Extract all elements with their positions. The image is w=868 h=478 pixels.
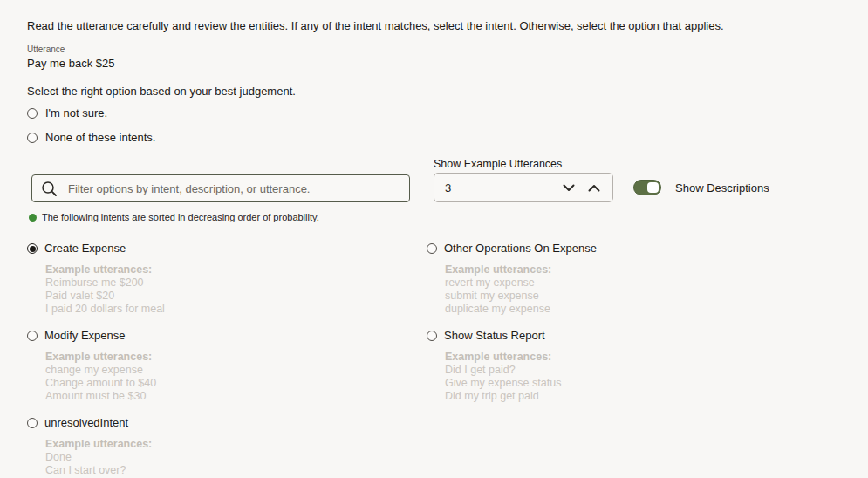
intent-options-grid: Create Expense Example utterances: Reimb… [27, 242, 868, 478]
intent-label: Modify Expense [44, 329, 126, 343]
radio-icon[interactable] [27, 418, 38, 428]
option-none-of-these-intents[interactable]: None of these intents. [27, 131, 868, 145]
examples-heading: Example utterances: [445, 263, 868, 277]
intent-label: Other Operations On Expense [444, 242, 597, 256]
info-dot-icon [29, 214, 37, 222]
radio-icon[interactable] [27, 108, 38, 119]
toggle-knob [647, 182, 659, 193]
example-utterance: Paid valet $20 [45, 290, 427, 303]
chevron-up-icon[interactable] [588, 184, 600, 192]
example-utterance: Done [45, 451, 427, 464]
example-utterances: Example utterances: Reimburse me $200 Pa… [45, 263, 427, 316]
spinner-buttons [550, 174, 612, 201]
intent-labeling-page: Read the utterance carefully and review … [0, 0, 868, 478]
intent-option-other-operations-on-expense[interactable]: Other Operations On Expense Example utte… [427, 242, 868, 316]
intent-option-modify-expense[interactable]: Modify Expense Example utterances: chang… [27, 329, 427, 403]
example-utterance: Did I get paid? [445, 364, 868, 377]
examples-heading: Example utterances: [45, 263, 427, 277]
example-count-select[interactable]: 3 [434, 173, 613, 202]
radio-icon[interactable] [27, 331, 38, 341]
chevron-down-icon[interactable] [563, 184, 575, 192]
selection-prompt: Select the right option based on your be… [27, 85, 868, 99]
filter-input[interactable] [66, 181, 400, 196]
search-icon [41, 181, 58, 197]
option-label: I'm not sure. [45, 106, 107, 120]
intent-option-unresolvedintent[interactable]: unresolvedIntent Example utterances: Don… [27, 416, 427, 478]
example-utterance: submit my expense [445, 290, 868, 303]
example-utterance: revert my expense [445, 277, 868, 290]
option-label: None of these intents. [45, 131, 155, 145]
example-utterance: Did my trip get paid [445, 390, 868, 403]
show-descriptions-toggle[interactable] [633, 180, 661, 195]
utterance-value: Pay me back $25 [27, 56, 868, 71]
task-instruction: Read the utterance carefully and review … [27, 19, 868, 33]
intent-option-show-status-report[interactable]: Show Status Report Example utterances: D… [427, 329, 868, 403]
intent-radio-row[interactable]: Other Operations On Expense [427, 242, 868, 256]
radio-icon[interactable] [27, 243, 38, 254]
examples-heading: Example utterances: [45, 438, 427, 451]
utterance-label: Utterance [27, 44, 868, 55]
example-count-label: Show Example Utterances [434, 158, 613, 170]
examples-heading: Example utterances: [445, 351, 868, 364]
controls-row: Show Example Utterances 3 [27, 158, 868, 202]
example-utterance: Give my expense status [445, 377, 868, 390]
radio-icon[interactable] [427, 243, 437, 254]
intent-label: Create Expense [44, 242, 126, 256]
example-utterances: Example utterances: revert my expense su… [445, 263, 868, 316]
sort-order-note: The following intents are sorted in decr… [29, 212, 868, 222]
example-count-group: Show Example Utterances 3 [434, 158, 613, 202]
example-utterance: Change amount to $40 [45, 377, 427, 390]
example-utterance: Amount must be $30 [45, 390, 427, 403]
filter-input-box[interactable] [31, 174, 410, 202]
example-utterance: change my expense [45, 364, 427, 377]
intent-radio-row[interactable]: Show Status Report [427, 329, 868, 343]
radio-icon[interactable] [427, 331, 437, 341]
example-count-value: 3 [434, 181, 550, 195]
intent-label: unresolvedIntent [44, 416, 128, 430]
examples-heading: Example utterances: [45, 351, 427, 364]
intent-radio-row[interactable]: Modify Expense [27, 329, 427, 343]
show-descriptions-label: Show Descriptions [675, 181, 769, 195]
utterance-block: Utterance Pay me back $25 [27, 44, 868, 71]
option-im-not-sure[interactable]: I'm not sure. [27, 106, 868, 120]
example-utterance: Reimburse me $200 [45, 277, 427, 290]
example-utterances: Example utterances: Did I get paid? Give… [445, 351, 868, 403]
example-utterances: Example utterances: Done Can I start ove… [45, 438, 427, 478]
example-utterance: I paid 20 dollars for meal [45, 303, 427, 316]
example-utterances: Example utterances: change my expense Ch… [45, 351, 427, 403]
example-utterance: Can I start over? [45, 464, 427, 477]
intent-label: Show Status Report [444, 329, 545, 343]
show-descriptions-group: Show Descriptions [633, 180, 769, 195]
intent-radio-row[interactable]: unresolvedIntent [27, 416, 427, 430]
example-utterance: duplicate my expense [445, 303, 868, 316]
note-text: The following intents are sorted in decr… [42, 212, 319, 222]
radio-icon[interactable] [27, 133, 38, 143]
intent-radio-row[interactable]: Create Expense [27, 242, 427, 256]
intent-option-create-expense[interactable]: Create Expense Example utterances: Reimb… [27, 242, 427, 316]
